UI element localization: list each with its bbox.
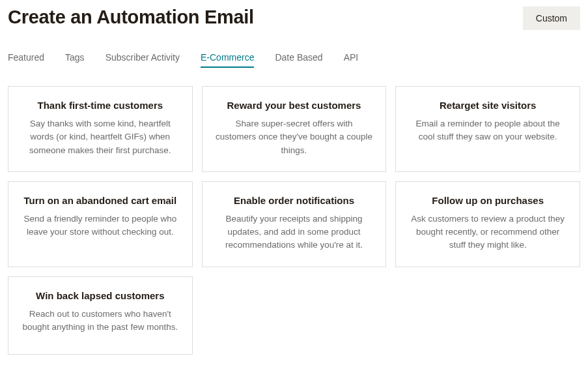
card-thank-first-time[interactable]: Thank first-time customers Say thanks wi… [8, 86, 193, 172]
card-title: Retarget site visitors [408, 100, 568, 111]
cards-grid: Thank first-time customers Say thanks wi… [8, 86, 580, 355]
tab-api[interactable]: API [344, 48, 359, 68]
card-order-notifications[interactable]: Enable order notifications Beautify your… [202, 181, 387, 267]
tab-tags[interactable]: Tags [65, 48, 85, 68]
custom-button[interactable]: Custom [523, 7, 580, 30]
page-title: Create an Automation Email [8, 7, 254, 28]
card-abandoned-cart[interactable]: Turn on an abandoned cart email Send a f… [8, 181, 193, 267]
card-title: Follow up on purchases [408, 195, 568, 206]
card-title: Win back lapsed customers [20, 290, 180, 301]
card-desc: Beautify your receipts and shipping upda… [214, 213, 374, 252]
card-desc: Say thanks with some kind, heartfelt wor… [20, 117, 180, 157]
tab-e-commerce[interactable]: E-Commerce [201, 48, 254, 68]
card-retarget-visitors[interactable]: Retarget site visitors Email a reminder … [395, 86, 580, 172]
card-reward-best[interactable]: Reward your best customers Share super-s… [202, 86, 387, 172]
card-title: Enable order notifications [214, 195, 374, 206]
tab-featured[interactable]: Featured [8, 48, 44, 68]
card-title: Reward your best customers [214, 100, 374, 111]
tab-date-based[interactable]: Date Based [275, 48, 322, 68]
card-title: Thank first-time customers [20, 100, 180, 111]
card-desc: Reach out to customers who haven't bough… [20, 308, 180, 334]
card-desc: Email a reminder to people about the coo… [408, 117, 568, 144]
tab-subscriber-activity[interactable]: Subscriber Activity [105, 48, 180, 68]
card-desc: Ask customers to review a product they b… [408, 213, 568, 252]
page-header: Create an Automation Email Custom [8, 7, 580, 30]
card-title: Turn on an abandoned cart email [20, 195, 180, 206]
card-follow-up-purchases[interactable]: Follow up on purchases Ask customers to … [395, 181, 580, 267]
card-desc: Share super-secret offers with customers… [214, 117, 374, 157]
card-desc: Send a friendly reminder to people who l… [20, 213, 180, 239]
card-win-back-lapsed[interactable]: Win back lapsed customers Reach out to c… [8, 276, 193, 355]
tabs-nav: Featured Tags Subscriber Activity E-Comm… [8, 48, 580, 68]
